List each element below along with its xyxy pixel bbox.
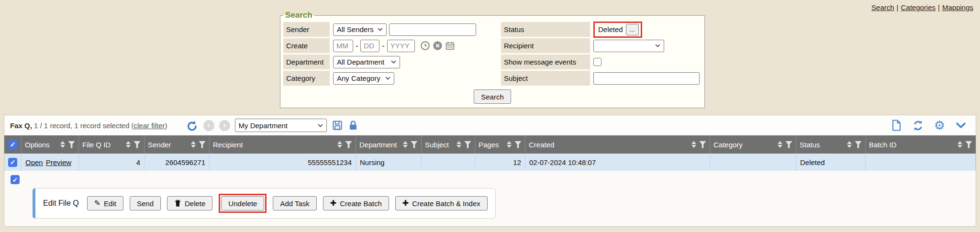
create-month-input[interactable]: [333, 40, 353, 52]
grid-footer-area: ✓ Edit File Q ✎Edit Send Delete Undelete…: [4, 171, 976, 219]
search-button[interactable]: Search: [474, 89, 511, 104]
create-day-input[interactable]: [360, 40, 379, 52]
status-annotation-box: Deleted ...: [593, 22, 642, 38]
chevron-down-icon: [391, 60, 396, 64]
delete-button[interactable]: Delete: [167, 196, 212, 210]
filter-icon[interactable]: [965, 141, 972, 148]
department-select[interactable]: All Department: [333, 56, 400, 68]
toolbar-right-icons: ⚙: [891, 119, 970, 132]
refresh-icon[interactable]: [912, 119, 924, 132]
grid-record-count: 1 / 1 record, 1 record selected (: [32, 122, 134, 130]
sort-icon[interactable]: [457, 141, 461, 148]
show-message-events-checkbox[interactable]: [593, 58, 601, 66]
column-header-options[interactable]: Options: [22, 135, 79, 154]
filter-icon[interactable]: [855, 141, 862, 148]
lock-icon[interactable]: [348, 120, 358, 131]
column-header-batch-id[interactable]: Batch ID: [866, 135, 976, 154]
recipient-field: [591, 38, 702, 53]
create-batch-button[interactable]: ✚Create Batch: [323, 196, 389, 210]
undo-icon[interactable]: [186, 119, 199, 132]
category-select[interactable]: Any Category: [333, 72, 394, 85]
filter-icon[interactable]: [134, 141, 141, 148]
undelete-button-label: Undelete: [228, 199, 257, 208]
create-year-input[interactable]: [387, 40, 415, 52]
nav-separator: |: [897, 3, 899, 11]
clear-filter-link[interactable]: clear filter: [134, 122, 165, 130]
filter-icon[interactable]: [785, 141, 792, 148]
nav-link-categories[interactable]: Categories: [901, 3, 936, 11]
row-sender-cell: 2604596271: [145, 154, 210, 171]
new-document-icon[interactable]: [891, 119, 902, 132]
subject-field: [591, 71, 702, 86]
settings-gear-icon[interactable]: ⚙: [934, 119, 945, 132]
column-header-department[interactable]: Department: [356, 135, 422, 154]
category-select-value: Any Category: [337, 74, 380, 82]
create-batch-index-button[interactable]: ✚Create Batch & Index: [395, 196, 488, 210]
preview-link[interactable]: Preview: [46, 158, 71, 166]
undelete-button[interactable]: Undelete: [221, 196, 264, 210]
sort-icon[interactable]: [337, 141, 342, 148]
calendar-icon[interactable]: [445, 41, 455, 51]
search-button-row: Search: [283, 87, 702, 104]
search-form-grid: Sender All Senders Status Deleted ... Cr…: [283, 22, 702, 104]
date-separator: -: [356, 42, 358, 50]
sort-icon[interactable]: [507, 141, 512, 148]
sort-icon[interactable]: [691, 141, 696, 148]
edit-button[interactable]: ✎Edit: [87, 196, 123, 210]
filter-icon[interactable]: [199, 141, 206, 148]
sort-icon[interactable]: [847, 141, 852, 148]
footer-select-checkbox[interactable]: ✓: [11, 175, 20, 184]
table-row[interactable]: ✓ OpenPreview 4 2604596271 55555551234 N…: [4, 154, 976, 171]
sort-icon[interactable]: [958, 141, 962, 148]
edit-file-q-panel: Edit File Q ✎Edit Send Delete Undelete A…: [33, 188, 496, 219]
next-page-icon[interactable]: ›: [219, 120, 230, 131]
column-header-category[interactable]: Category: [710, 135, 796, 154]
filter-icon[interactable]: [699, 141, 706, 148]
save-view-icon[interactable]: [332, 120, 343, 131]
sort-icon[interactable]: [60, 141, 65, 148]
filter-icon[interactable]: [514, 141, 522, 148]
status-more-button[interactable]: ...: [626, 24, 639, 35]
time-clock-icon[interactable]: [420, 41, 430, 51]
file-q-id-value: 4: [136, 158, 140, 166]
grid-title-text: Fax Q,: [10, 122, 32, 130]
filter-icon[interactable]: [345, 141, 352, 148]
column-label: Batch ID: [869, 141, 955, 149]
column-header-sender[interactable]: Sender: [145, 135, 210, 154]
sort-icon[interactable]: [191, 141, 196, 148]
fax-queue-grid: Fax Q, 1 / 1 record, 1 record selected (…: [4, 115, 976, 227]
pages-value: 12: [513, 158, 521, 166]
open-link[interactable]: Open: [25, 158, 43, 166]
nav-link-mappings[interactable]: Mappings: [942, 3, 973, 11]
add-task-button[interactable]: Add Task: [273, 196, 316, 210]
row-recipient-cell: 55555551234: [210, 154, 356, 171]
recipient-select[interactable]: [593, 40, 664, 52]
sender-select[interactable]: All Senders: [333, 23, 387, 36]
send-button[interactable]: Send: [130, 196, 161, 210]
column-label: Recipient: [213, 141, 334, 149]
previous-page-icon[interactable]: ‹: [203, 120, 214, 131]
sender-text-input[interactable]: [389, 23, 476, 36]
plus-icon: ✚: [330, 199, 336, 207]
category-field: Any Category: [331, 71, 500, 86]
filter-icon[interactable]: [464, 141, 471, 148]
sort-icon[interactable]: [778, 141, 782, 148]
column-header-status[interactable]: Status: [796, 135, 866, 154]
column-header-recipient[interactable]: Recipient: [210, 135, 356, 154]
grid-view-select[interactable]: My Department: [235, 119, 327, 132]
column-header-subject[interactable]: Subject: [422, 135, 475, 154]
sort-icon[interactable]: [126, 141, 131, 148]
nav-link-search[interactable]: Search: [871, 3, 894, 11]
sort-icon[interactable]: [403, 141, 408, 148]
collapse-chevron-icon[interactable]: [955, 119, 967, 132]
column-header-created[interactable]: Created: [525, 135, 710, 154]
column-header-pages[interactable]: Pages: [475, 135, 525, 154]
filter-icon[interactable]: [411, 141, 418, 148]
clear-date-icon[interactable]: [433, 41, 443, 51]
search-panel-legend: Search: [283, 11, 314, 20]
filter-icon[interactable]: [68, 141, 75, 148]
select-all-checkbox[interactable]: ✓: [8, 140, 17, 149]
row-checkbox[interactable]: ✓: [8, 158, 17, 167]
column-header-file-q-id[interactable]: File Q ID: [79, 135, 145, 154]
subject-input[interactable]: [593, 72, 700, 85]
